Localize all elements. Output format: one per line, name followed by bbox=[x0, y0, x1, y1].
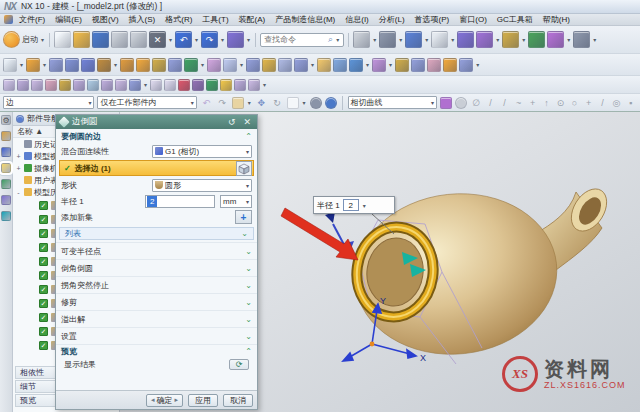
open-icon[interactable] bbox=[73, 31, 90, 48]
swept-icon[interactable] bbox=[59, 79, 71, 91]
menu-item-8[interactable]: 信息(I) bbox=[341, 14, 373, 25]
shaded-icon[interactable] bbox=[310, 97, 322, 109]
reuse-library-icon[interactable] bbox=[1, 179, 11, 189]
feature-checkbox[interactable]: ✓ bbox=[39, 327, 48, 336]
feature-checkbox[interactable]: ✓ bbox=[39, 299, 48, 308]
move-icon[interactable]: ✥ bbox=[255, 96, 268, 109]
chevron-down-icon[interactable]: ▾ bbox=[496, 36, 499, 43]
tangent-icon[interactable] bbox=[440, 97, 452, 109]
tree-expander-icon[interactable]: - bbox=[15, 189, 22, 196]
menu-item-9[interactable]: 分析(L) bbox=[375, 14, 409, 25]
draft-icon[interactable] bbox=[262, 58, 276, 72]
trim-icon[interactable] bbox=[278, 58, 292, 72]
measure-icon[interactable] bbox=[528, 31, 545, 48]
section-preview[interactable]: 预览 ⌃ bbox=[56, 344, 257, 358]
dialog-section-5[interactable]: 设置⌄ bbox=[56, 327, 257, 344]
menu-item-5[interactable]: 工具(T) bbox=[198, 14, 232, 25]
chevron-down-icon[interactable]: ▾ bbox=[389, 61, 392, 68]
chevron-down-icon[interactable]: ▾ bbox=[247, 36, 250, 43]
command-finder-input[interactable] bbox=[264, 35, 326, 44]
chevron-down-icon[interactable]: ▾ bbox=[240, 61, 243, 68]
apply-button[interactable]: 应用 bbox=[188, 394, 218, 407]
snap-point-face-icon[interactable]: ◎ bbox=[610, 96, 623, 109]
dwg2-icon[interactable] bbox=[164, 79, 176, 91]
ruled-icon[interactable] bbox=[17, 79, 29, 91]
wrap-icon[interactable] bbox=[427, 58, 441, 72]
chevron-down-icon[interactable]: ▾ bbox=[144, 81, 147, 88]
move-face-icon[interactable] bbox=[457, 31, 474, 48]
chevron-down-icon[interactable]: ▾ bbox=[425, 36, 428, 43]
sweep-icon[interactable] bbox=[317, 58, 331, 72]
revolve-icon[interactable] bbox=[65, 58, 79, 72]
snap-arc-center-icon[interactable]: ⊙ bbox=[554, 96, 567, 109]
chevron-down-icon[interactable]: ▾ bbox=[114, 61, 117, 68]
radius-input[interactable]: 2 bbox=[145, 195, 215, 208]
section-edges-to-blend[interactable]: 要倒圆的边 ⌃ bbox=[56, 129, 257, 143]
scope-combo[interactable]: 仅在工作部件内 ▾ bbox=[97, 96, 196, 109]
tree-expander-icon[interactable]: + bbox=[15, 165, 22, 172]
chevron-down-icon[interactable]: ▾ bbox=[363, 202, 366, 209]
chamfer-icon[interactable] bbox=[246, 58, 260, 72]
menu-item-2[interactable]: 视图(V) bbox=[88, 14, 123, 25]
feature-checkbox[interactable]: ✓ bbox=[39, 201, 48, 210]
assembly-navigator-icon[interactable] bbox=[1, 131, 11, 141]
chevron-down-icon[interactable]: ▾ bbox=[593, 36, 596, 43]
hole-icon[interactable] bbox=[97, 58, 111, 72]
curve-rule-combo[interactable]: 相切曲线 ▾ bbox=[348, 96, 437, 109]
project-icon[interactable] bbox=[248, 79, 260, 91]
command-finder[interactable]: ⌕ ▾ bbox=[260, 33, 344, 47]
offset-icon[interactable] bbox=[349, 58, 363, 72]
copy-icon[interactable] bbox=[130, 31, 147, 48]
ruler-icon[interactable] bbox=[573, 31, 590, 48]
book-icon[interactable] bbox=[223, 58, 237, 72]
dialog-section-0[interactable]: 可变半径点⌄ bbox=[56, 242, 257, 259]
unit-combo[interactable]: mm ▾ bbox=[220, 195, 252, 208]
chevron-down-icon[interactable]: ▾ bbox=[311, 61, 314, 68]
save-icon[interactable] bbox=[92, 31, 109, 48]
dwg-icon[interactable] bbox=[150, 79, 162, 91]
show-result-button[interactable]: ⟳ bbox=[229, 359, 249, 370]
stop-at-intersection-icon[interactable] bbox=[455, 97, 467, 109]
mesh-icon[interactable] bbox=[45, 79, 57, 91]
start-menu-button[interactable]: 启动 ▾ bbox=[3, 31, 45, 48]
chevron-down-icon[interactable]: ▾ bbox=[567, 36, 570, 43]
extrude-icon[interactable] bbox=[49, 58, 63, 72]
dialog-reset-button[interactable]: ↺ bbox=[226, 117, 238, 127]
thicken-icon[interactable] bbox=[372, 58, 386, 72]
menu-item-10[interactable]: 首选项(P) bbox=[411, 14, 454, 25]
cancel-button[interactable]: 取消 bbox=[223, 394, 253, 407]
block-icon[interactable] bbox=[81, 58, 95, 72]
shape-combo[interactable]: 圆形 ▾ bbox=[152, 179, 252, 192]
menu-item-3[interactable]: 插入(S) bbox=[125, 14, 160, 25]
law-icon[interactable] bbox=[101, 79, 113, 91]
undo-icon[interactable]: ↶ bbox=[175, 31, 192, 48]
surface-icon[interactable] bbox=[3, 79, 15, 91]
blank-view-icon[interactable] bbox=[431, 31, 448, 48]
feature-checkbox[interactable]: ✓ bbox=[39, 229, 48, 238]
role-icon[interactable] bbox=[502, 31, 519, 48]
chevron-down-icon[interactable]: ▾ bbox=[366, 61, 369, 68]
spline-icon[interactable] bbox=[192, 79, 204, 91]
app-menu-icon[interactable] bbox=[4, 15, 13, 24]
feature-checkbox[interactable]: ✓ bbox=[39, 243, 48, 252]
chevron-down-icon[interactable]: ▾ bbox=[476, 61, 479, 68]
sketch-icon[interactable] bbox=[3, 58, 17, 72]
view-manager-icon[interactable] bbox=[1, 195, 11, 205]
chevron-down-icon[interactable]: ▾ bbox=[399, 36, 402, 43]
bounding-icon[interactable] bbox=[459, 58, 473, 72]
rotate-icon[interactable]: ↻ bbox=[271, 96, 284, 109]
dialog-section-4[interactable]: 溢出解⌄ bbox=[56, 310, 257, 327]
orient-cube-icon[interactable] bbox=[405, 31, 422, 48]
dialog-section-1[interactable]: 倒角倒圆⌄ bbox=[56, 259, 257, 276]
constraint-navigator-icon[interactable] bbox=[1, 147, 11, 157]
blend-surface-icon[interactable] bbox=[115, 79, 127, 91]
paste-icon[interactable] bbox=[111, 31, 128, 48]
point-dialog-button[interactable] bbox=[236, 161, 252, 176]
highlight-icon[interactable] bbox=[232, 97, 244, 109]
chevron-down-icon[interactable]: ▾ bbox=[522, 36, 525, 43]
chevron-down-icon[interactable]: ▾ bbox=[336, 36, 339, 43]
chevron-down-icon[interactable]: ▾ bbox=[169, 36, 172, 43]
boss-icon[interactable] bbox=[120, 58, 134, 72]
datum-icon[interactable] bbox=[26, 58, 40, 72]
feature-checkbox[interactable]: ✓ bbox=[39, 215, 48, 224]
